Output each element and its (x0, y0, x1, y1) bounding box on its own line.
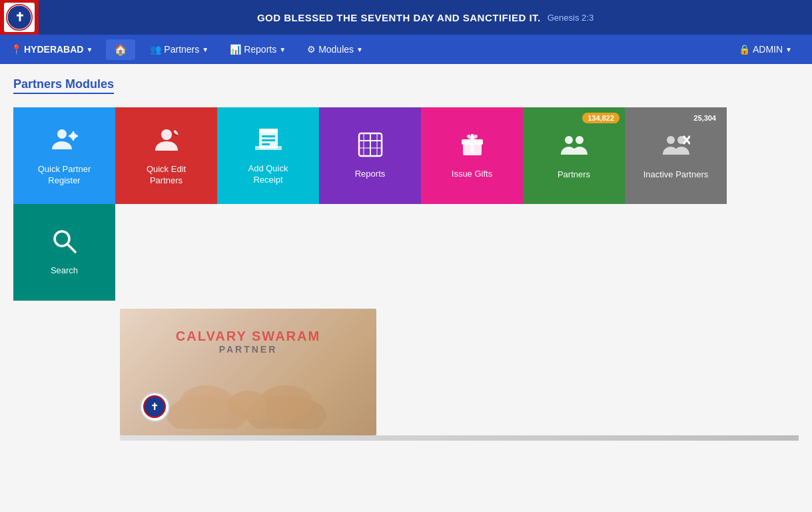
nav-partners-button[interactable]: 👥 Partners ▼ (141, 40, 218, 59)
calvary-image-section: CALVARY SWARAM PARTNER ✝ (120, 309, 799, 441)
partners-caret-icon: ▼ (202, 46, 208, 53)
modules-caret-icon: ▼ (356, 46, 363, 53)
calvary-subtitle: PARTNER (176, 344, 320, 355)
tile-quick-edit-partners[interactable]: ✎ Quick EditPartners (115, 107, 217, 204)
svg-point-36 (260, 385, 313, 419)
svg-point-26 (576, 136, 584, 144)
home-button[interactable]: 🏠 (106, 39, 135, 60)
tile-label-partners: Partners (558, 169, 590, 181)
partners-nav-label: Partners (164, 44, 199, 55)
reports-nav-label: Reports (244, 44, 276, 55)
inactive-partners-badge: 25,304 (688, 113, 721, 123)
tile-label-search: Search (51, 265, 78, 277)
location-pin-icon: 📍 (11, 44, 22, 55)
admin-caret-icon: ▼ (785, 46, 792, 53)
modules-grid: Quick PartnerRegister ✎ Quick EditPartne… (13, 107, 799, 301)
reports-nav-icon: 📊 (230, 44, 241, 55)
tile-reports[interactable]: Reports (319, 107, 421, 204)
tile-label-add-quick-receipt: Add QuickReceipt (248, 163, 288, 186)
svg-point-25 (565, 136, 573, 144)
issue-gifts-icon (459, 131, 486, 162)
nav-location[interactable]: 📍 HYDERABAD ▼ (11, 44, 93, 55)
svg-rect-12 (262, 135, 275, 137)
logo-watermark: ✝ (140, 392, 170, 422)
search-tile-icon (51, 228, 78, 259)
svg-point-34 (180, 385, 233, 419)
logo-area: ✝ (0, 0, 39, 35)
tile-partners[interactable]: 134,822 Partners (523, 107, 625, 204)
location-caret-icon: ▼ (86, 46, 93, 53)
header-tagline: GOD BLESSED THE SEVENTH DAY AND SANCTIFI… (257, 12, 541, 23)
nav-reports-button[interactable]: 📊 Reports ▼ (220, 40, 295, 59)
admin-nav-label: ADMIN (753, 44, 783, 55)
svg-point-3 (57, 129, 67, 139)
header-verse: Genesis 2:3 (548, 13, 594, 23)
svg-line-32 (67, 244, 75, 252)
tile-label-reports: Reports (355, 169, 386, 180)
svg-text:✝: ✝ (15, 11, 25, 24)
add-quick-receipt-icon (255, 126, 282, 157)
svg-rect-15 (255, 146, 282, 150)
location-label: HYDERABAD (24, 44, 83, 55)
tile-label-inactive-partners: Inactive Partners (643, 169, 709, 181)
reports-icon (357, 131, 384, 162)
tile-quick-partner-register[interactable]: Quick PartnerRegister (13, 107, 115, 204)
tile-issue-gifts[interactable]: Issue Gifts (421, 107, 523, 204)
svg-rect-11 (259, 129, 278, 133)
calvary-image: CALVARY SWARAM PARTNER ✝ (120, 309, 376, 435)
tile-label-issue-gifts: Issue Gifts (452, 169, 492, 180)
modules-nav-label: Modules (318, 44, 354, 55)
admin-lock-icon: 🔒 (739, 44, 750, 55)
partners-tile-icon (560, 131, 588, 163)
quick-partner-register-icon (51, 125, 79, 157)
partners-nav-icon: 👥 (150, 44, 161, 55)
calvary-title: CALVARY SWARAM (176, 329, 320, 344)
tile-add-quick-receipt[interactable]: Add QuickReceipt (217, 107, 319, 204)
tile-search[interactable]: Search (13, 204, 115, 301)
nav-modules-button[interactable]: ⚙ Modules ▼ (298, 40, 372, 59)
calvary-overlay-text: CALVARY SWARAM PARTNER (176, 329, 320, 355)
tile-inactive-partners[interactable]: 25,304 Inactive Partners (625, 107, 727, 204)
nav-admin-button[interactable]: 🔒 ADMIN ▼ (729, 40, 801, 59)
svg-point-27 (667, 136, 675, 144)
tile-label-quick-partner-register: Quick PartnerRegister (38, 164, 91, 187)
svg-rect-14 (262, 143, 270, 145)
svg-rect-13 (262, 139, 275, 141)
svg-text:✎: ✎ (173, 129, 179, 137)
image-bottom-bar (120, 435, 799, 441)
page-title: Partners Modules (13, 77, 114, 94)
reports-caret-icon: ▼ (279, 46, 286, 53)
inactive-partners-icon (662, 131, 690, 163)
quick-edit-icon: ✎ (153, 125, 181, 157)
modules-nav-icon: ⚙ (307, 44, 316, 55)
svg-point-37 (228, 391, 268, 420)
svg-text:✝: ✝ (151, 401, 159, 412)
tile-label-quick-edit-partners: Quick EditPartners (147, 164, 186, 187)
partners-badge: 134,822 (582, 113, 619, 123)
svg-point-7 (161, 129, 172, 140)
